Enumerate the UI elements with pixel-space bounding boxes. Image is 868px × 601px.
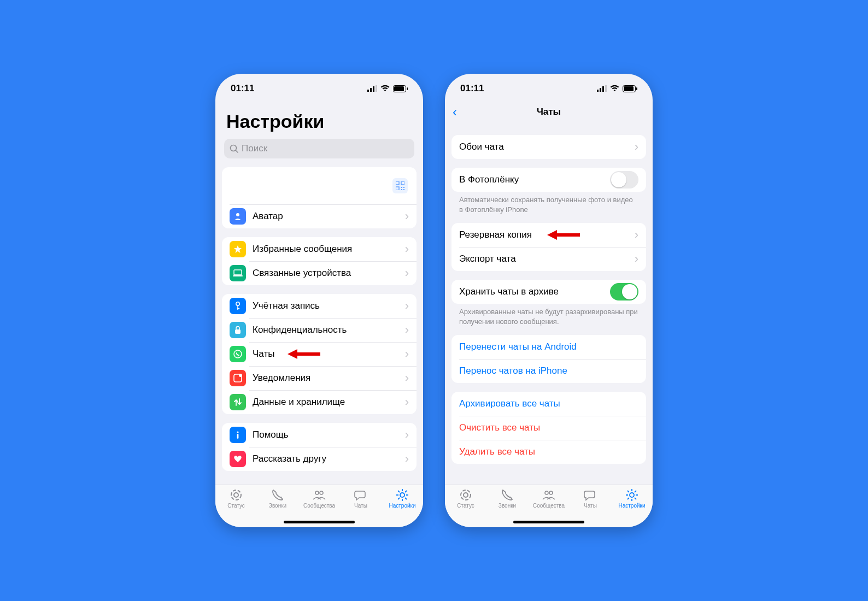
key-icon: [230, 298, 246, 314]
svg-point-19: [236, 302, 239, 305]
star-icon: [230, 241, 246, 257]
chevron-right-icon: ›: [405, 428, 409, 442]
search-placeholder: Поиск: [242, 143, 267, 154]
chevron-right-icon: ›: [405, 209, 409, 223]
svg-rect-12: [401, 187, 402, 188]
qr-icon[interactable]: [392, 178, 408, 193]
svg-rect-17: [234, 270, 242, 275]
svg-rect-18: [233, 275, 243, 276]
phone-settings: 01:11 Настройки Поиск Аватар ›: [215, 74, 423, 527]
svg-rect-47: [636, 87, 637, 90]
row-notifications[interactable]: Уведомления ›: [222, 366, 417, 390]
row-label: Чаты: [253, 349, 405, 360]
svg-rect-46: [624, 86, 634, 91]
row-camera-roll[interactable]: В Фотоплёнку: [451, 168, 646, 192]
toggle-keep-archived[interactable]: [610, 283, 638, 300]
home-indicator: [284, 521, 355, 523]
row-export[interactable]: Экспорт чата ›: [451, 247, 646, 271]
svg-rect-43: [602, 86, 604, 92]
svg-rect-14: [401, 189, 402, 190]
svg-rect-13: [403, 187, 404, 188]
row-account[interactable]: Учётная запись ›: [222, 294, 417, 318]
row-label: Резервная копия: [459, 229, 635, 240]
svg-rect-11: [396, 187, 399, 190]
svg-point-31: [320, 491, 323, 494]
phone-icon: [500, 488, 514, 502]
laptop-icon: [230, 265, 246, 281]
row-storage[interactable]: Данные и хранилище ›: [222, 390, 417, 414]
chats-icon: [583, 488, 597, 502]
row-label: Хранить чаты в архиве: [459, 286, 610, 297]
status-bar: 01:11: [445, 74, 653, 100]
home-indicator: [513, 521, 584, 523]
phone-icon: [271, 488, 285, 502]
row-move-iphone[interactable]: Перенос чатов на iPhone: [451, 359, 646, 383]
svg-rect-9: [396, 181, 399, 185]
tab-settings[interactable]: Настройки: [383, 488, 421, 527]
phone-chats-settings: 01:11 ‹ Чаты Обои чата › В Фотоплёнку Ав…: [445, 74, 653, 527]
row-starred[interactable]: Избранные сообщения ›: [222, 237, 417, 261]
search-input[interactable]: Поиск: [224, 139, 414, 158]
row-move-android[interactable]: Перенести чаты на Android: [451, 335, 646, 359]
row-backup[interactable]: Резервная копия ›: [451, 223, 646, 247]
tab-status[interactable]: Статус: [217, 488, 255, 527]
svg-point-16: [236, 213, 239, 216]
row-label: Перенос чатов на iPhone: [459, 366, 638, 376]
svg-rect-0: [367, 90, 369, 92]
whatsapp-icon: [230, 346, 246, 362]
chevron-right-icon: ›: [405, 299, 409, 313]
svg-line-58: [635, 498, 636, 499]
row-label: Связанные устройства: [253, 268, 405, 279]
row-clear-all[interactable]: Очистить все чаты: [451, 416, 646, 440]
nav-header: ‹ Чаты: [445, 100, 653, 124]
tab-status[interactable]: Статус: [447, 488, 485, 527]
note-keep-archived: Архивированные чаты не будут разархивиро…: [445, 304, 653, 326]
row-privacy[interactable]: Конфиденциальность ›: [222, 318, 417, 342]
status-bar: 01:11: [215, 74, 423, 100]
search-icon: [230, 144, 238, 153]
battery-icon: [623, 85, 637, 92]
toggle-camera-roll[interactable]: [610, 171, 638, 188]
tab-settings[interactable]: Настройки: [613, 488, 651, 527]
gear-icon: [395, 488, 409, 502]
heart-icon: [230, 451, 246, 467]
row-label: Обои чата: [459, 142, 635, 152]
wifi-icon: [380, 85, 390, 92]
chevron-right-icon: ›: [405, 323, 409, 337]
row-delete-all[interactable]: Удалить все чаты: [451, 440, 646, 464]
row-linked[interactable]: Связанные устройства ›: [222, 261, 417, 285]
svg-line-59: [635, 491, 636, 492]
chevron-right-icon: ›: [405, 395, 409, 409]
row-label: Данные и хранилище: [253, 397, 405, 408]
gear-icon: [625, 488, 639, 502]
info-icon: [230, 427, 246, 443]
row-archive-all[interactable]: Архивировать все чаты: [451, 392, 646, 416]
svg-line-37: [398, 491, 400, 492]
svg-point-26: [237, 431, 238, 433]
chats-icon: [354, 488, 368, 502]
svg-point-32: [400, 493, 404, 497]
svg-rect-22: [235, 329, 241, 334]
row-help[interactable]: Помощь ›: [222, 423, 417, 447]
svg-rect-44: [605, 85, 607, 92]
cellular-icon: [367, 85, 377, 92]
row-profile[interactable]: [222, 167, 417, 204]
status-ring-icon: [459, 488, 473, 502]
svg-line-57: [627, 491, 629, 492]
status-icons: [597, 85, 637, 92]
back-button[interactable]: ‹: [453, 104, 457, 120]
row-label: В Фотоплёнку: [459, 174, 610, 185]
row-chats[interactable]: Чаты ›: [222, 342, 417, 366]
svg-line-39: [405, 491, 407, 492]
row-avatar[interactable]: Аватар ›: [222, 204, 417, 228]
row-label: Аватар: [253, 211, 405, 222]
row-keep-archived[interactable]: Хранить чаты в архиве: [451, 280, 646, 304]
svg-point-48: [461, 490, 471, 500]
svg-point-49: [464, 493, 468, 497]
row-wallpaper[interactable]: Обои чата ›: [451, 135, 646, 159]
row-label: Конфиденциальность: [253, 325, 405, 335]
chevron-right-icon: ›: [405, 347, 409, 361]
row-tell-friend[interactable]: Рассказать другу ›: [222, 447, 417, 471]
status-icons: [367, 85, 408, 92]
svg-line-8: [236, 150, 238, 152]
